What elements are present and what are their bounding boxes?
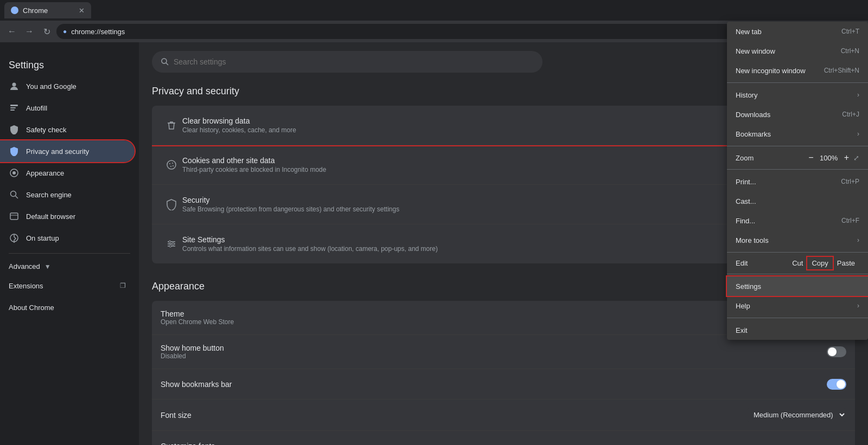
settings-title: Settings — [0, 51, 139, 75]
sidebar-item-default-browser[interactable]: Default browser — [0, 205, 135, 227]
svg-point-9 — [12, 171, 16, 175]
address-lock-icon: ● — [63, 28, 67, 35]
menu-divider-6 — [727, 318, 868, 318]
customize-fonts-arrow-icon: › — [844, 442, 846, 445]
menu-item-history[interactable]: History › — [727, 85, 868, 105]
exit-label: Exit — [736, 326, 748, 334]
chrome-dropdown-menu: New tab Ctrl+T New window Ctrl+N New inc… — [727, 22, 868, 340]
sidebar: Settings You and Google Autofill Safety … — [0, 42, 139, 445]
settings-item-show-home-button[interactable]: Show home button Disabled — [152, 335, 855, 369]
svg-rect-7 — [10, 109, 15, 111]
svg-rect-12 — [10, 213, 18, 220]
home-button-toggle[interactable] — [827, 346, 846, 357]
print-label: Print... — [736, 178, 756, 186]
edit-actions: Cut Copy Paste — [788, 257, 859, 269]
sidebar-item-extensions[interactable]: Extensions ❐ — [0, 275, 135, 296]
address-bar[interactable]: ● chrome://settings — [56, 24, 794, 39]
zoom-label: Zoom — [736, 154, 808, 162]
svg-point-25 — [172, 243, 174, 245]
forward-button[interactable]: → — [22, 24, 37, 39]
advanced-chevron-icon: ▼ — [44, 263, 51, 270]
sidebar-item-advanced[interactable]: Advanced ▼ — [0, 258, 139, 275]
menu-item-new-tab[interactable]: New tab Ctrl+T — [727, 22, 868, 41]
menu-item-more-tools[interactable]: More tools › — [727, 230, 868, 250]
menu-item-cast[interactable]: Cast... — [727, 191, 868, 211]
search-bar[interactable] — [152, 51, 542, 73]
menu-item-new-window[interactable]: New window Ctrl+N — [727, 41, 868, 61]
menu-item-settings[interactable]: Settings — [727, 276, 868, 296]
reload-button[interactable]: ↻ — [39, 24, 54, 39]
tab-close-button[interactable]: ✕ — [79, 7, 85, 15]
zoom-in-button[interactable]: + — [844, 153, 849, 163]
sidebar-label-about-chrome: About Chrome — [9, 304, 54, 312]
default-browser-icon — [9, 211, 20, 222]
settings-item-font-size[interactable]: Font size Medium (Recommended) Small Lar… — [152, 399, 855, 431]
help-label: Help — [736, 302, 750, 310]
trash-icon — [161, 114, 182, 136]
paste-button[interactable]: Paste — [833, 257, 859, 269]
sidebar-item-search-engine[interactable]: Search engine — [0, 184, 135, 205]
on-startup-icon — [9, 233, 20, 243]
font-size-content: Font size — [161, 411, 747, 420]
cookie-icon — [161, 154, 182, 176]
menu-item-downloads[interactable]: Downloads Ctrl+J — [727, 105, 868, 124]
tab-bar: Chrome ✕ — [0, 0, 868, 21]
svg-point-14 — [162, 59, 167, 63]
bookmarks-bar-toggle-knob — [837, 380, 845, 389]
svg-point-16 — [167, 160, 176, 169]
bookmarks-label: Bookmarks — [736, 130, 771, 138]
menu-item-exit[interactable]: Exit — [727, 320, 868, 340]
svg-line-11 — [16, 196, 18, 199]
sidebar-item-on-startup[interactable]: On startup — [0, 227, 135, 249]
site-settings-icon — [161, 233, 182, 255]
search-input[interactable] — [174, 57, 534, 66]
sidebar-item-you-and-google[interactable]: You and Google — [0, 75, 135, 97]
new-incognito-shortcut: Ctrl+Shift+N — [824, 67, 859, 74]
svg-point-4 — [12, 83, 16, 87]
settings-item-customize-fonts[interactable]: Customize fonts › — [152, 431, 855, 445]
menu-item-print[interactable]: Print... Ctrl+P — [727, 172, 868, 191]
bookmarks-bar-toggle[interactable] — [827, 379, 846, 390]
svg-rect-6 — [10, 107, 16, 108]
security-icon — [161, 194, 182, 215]
address-text: chrome://settings — [71, 28, 125, 36]
menu-item-new-incognito-window[interactable]: New incognito window Ctrl+Shift+N — [727, 61, 868, 80]
home-button-desc: Disabled — [161, 352, 827, 360]
font-size-title: Font size — [161, 411, 747, 420]
menu-item-find[interactable]: Find... Ctrl+F — [727, 211, 868, 230]
copy-button[interactable]: Copy — [807, 257, 832, 269]
sidebar-item-appearance[interactable]: Appearance — [0, 162, 135, 184]
history-arrow-icon: › — [857, 91, 859, 99]
font-size-dropdown[interactable]: Medium (Recommended) Small Large Very La… — [747, 408, 846, 422]
svg-point-19 — [170, 166, 171, 167]
more-tools-label: More tools — [736, 236, 769, 244]
safety-check-icon — [9, 124, 20, 135]
new-tab-label: New tab — [736, 28, 762, 36]
sidebar-item-privacy-and-security[interactable]: Privacy and security — [0, 140, 135, 162]
more-tools-arrow-icon: › — [857, 236, 859, 244]
menu-item-help[interactable]: Help › — [727, 296, 868, 315]
menu-divider-2 — [727, 146, 868, 146]
active-tab[interactable]: Chrome ✕ — [4, 2, 91, 18]
settings-menu-label: Settings — [736, 282, 761, 291]
sidebar-item-about-chrome[interactable]: About Chrome — [0, 296, 135, 318]
zoom-out-button[interactable]: − — [808, 153, 813, 163]
zoom-controls: − 100% + ⤢ — [808, 153, 859, 163]
tab-title: Chrome — [23, 7, 48, 15]
zoom-fullscreen-icon[interactable]: ⤢ — [853, 154, 859, 162]
new-window-label: New window — [736, 47, 775, 55]
cut-button[interactable]: Cut — [788, 257, 807, 269]
menu-divider-4 — [727, 252, 868, 253]
sidebar-item-autofill[interactable]: Autofill — [0, 97, 135, 119]
extensions-external-icon: ❐ — [120, 282, 126, 289]
bookmarks-arrow-icon: › — [857, 130, 859, 138]
settings-item-show-bookmarks-bar[interactable]: Show bookmarks bar — [152, 369, 855, 399]
downloads-label: Downloads — [736, 111, 770, 119]
sidebar-item-safety-check[interactable]: Safety check — [0, 119, 135, 140]
downloads-shortcut: Ctrl+J — [842, 111, 859, 118]
menu-item-bookmarks[interactable]: Bookmarks › — [727, 124, 868, 144]
new-incognito-label: New incognito window — [736, 67, 806, 75]
customize-fonts-content: Customize fonts — [161, 442, 844, 446]
cast-label: Cast... — [736, 197, 756, 205]
back-button[interactable]: ← — [4, 24, 20, 39]
